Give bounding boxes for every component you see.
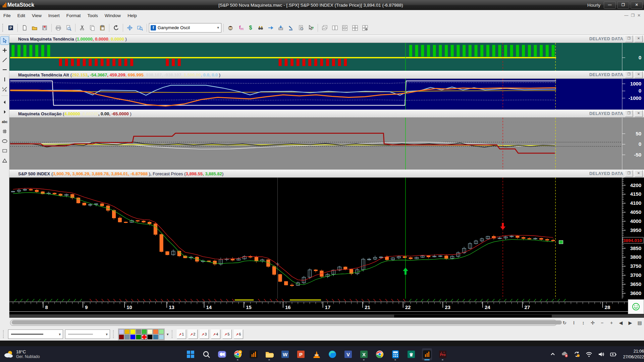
color-swatch[interactable] (153, 335, 158, 340)
color-swatch[interactable] (142, 335, 147, 340)
open-folder-button[interactable] (30, 23, 39, 33)
zoom-in-button[interactable]: + (607, 319, 616, 326)
tile-grid-button[interactable] (350, 23, 360, 33)
tile-vertical-button[interactable] (330, 23, 339, 33)
tool-vertical-line[interactable] (0, 75, 9, 84)
tool-semilog-line[interactable]: LS (0, 85, 9, 94)
sync-pending-icon[interactable] (573, 351, 581, 358)
tool-trendline[interactable] (0, 56, 9, 64)
taskbar-app-chat[interactable] (217, 348, 227, 360)
window-options-button[interactable] (360, 23, 370, 33)
layout-button-1[interactable]: ↗1 (177, 329, 186, 339)
taskbar-app-chrome-notif[interactable]: N (233, 348, 243, 360)
tool-rectangle[interactable] (0, 146, 9, 155)
menu-button[interactable]: ▤ (635, 319, 644, 326)
volume-icon[interactable] (597, 351, 605, 358)
maximize-button[interactable]: ❐ (617, 1, 629, 9)
cascade-windows-button[interactable] (320, 23, 329, 33)
tool-pointer[interactable] (0, 36, 9, 45)
layout-button-6[interactable]: ↗6 (234, 329, 243, 339)
palette-more-icon[interactable]: ▾ (167, 332, 169, 337)
line-weight-dropdown[interactable]: ▾ (65, 329, 110, 339)
tool-grid[interactable] (0, 127, 9, 136)
taskbar-app-edge[interactable] (327, 348, 337, 360)
color-swatch[interactable] (130, 335, 136, 340)
print-preview-button[interactable] (64, 23, 73, 33)
color-swatch[interactable] (159, 335, 164, 340)
color-swatch[interactable] (119, 335, 124, 340)
taskbar-app-metastock[interactable] (422, 348, 432, 360)
zoom-out-button[interactable]: − (598, 319, 606, 326)
panel-2-plot[interactable]: 10000-1000 (9, 79, 644, 110)
print-button[interactable] (54, 23, 63, 33)
menu-view[interactable]: View (29, 10, 45, 21)
zoom-box-button[interactable] (135, 23, 145, 33)
panel-4-plot[interactable]: 4200415041004050400039503850380037503700… (9, 178, 644, 299)
horizontal-scrollbar-thumb[interactable] (12, 320, 562, 324)
panel-maximize-button[interactable]: ❐ (625, 36, 633, 42)
go-arrow-button[interactable] (266, 23, 275, 33)
explorer-guru-button[interactable] (226, 23, 235, 33)
color-swatch[interactable] (119, 329, 124, 334)
color-swatch[interactable] (124, 335, 130, 340)
ibeam-button[interactable]: I (570, 319, 578, 326)
panel-1-plot[interactable]: 0 (9, 43, 644, 71)
tool-triangle[interactable] (0, 156, 9, 165)
panel-close-button[interactable]: ✕ (635, 110, 643, 117)
weather-widget[interactable]: 18°C Ger. Nublado (0, 349, 84, 359)
taskbar-app-visio[interactable]: V (343, 348, 353, 360)
taskbar-app-explorer[interactable] (264, 348, 274, 360)
taskbar-app-metastock-dark[interactable] (249, 348, 259, 360)
color-swatch[interactable] (159, 329, 164, 334)
mdi-restore-icon[interactable]: ❐ (631, 13, 635, 18)
onedrive-error-icon[interactable] (561, 351, 569, 358)
tool-next-arrow[interactable] (0, 108, 9, 116)
taskbar-app-search[interactable] (201, 348, 211, 360)
cut-button[interactable] (77, 23, 87, 33)
color-swatch[interactable] (124, 329, 130, 334)
mdi-minimize-icon[interactable]: — (624, 13, 628, 18)
report-preview-button[interactable] (296, 23, 306, 33)
color-swatch[interactable] (142, 329, 147, 334)
binoculars-button[interactable] (256, 23, 265, 33)
panel-maximize-button[interactable]: ❐ (625, 110, 633, 117)
close-button[interactable]: ✕ (631, 1, 643, 9)
color-swatch[interactable] (136, 329, 141, 334)
line-style-dropdown[interactable]: ▾ (8, 329, 63, 339)
menu-file[interactable]: File (0, 10, 14, 21)
undo-button[interactable] (111, 23, 121, 33)
horizontal-scrollbar[interactable] (10, 320, 557, 326)
dollar-button[interactable]: $ (246, 23, 255, 33)
menu-edit[interactable]: Edit (14, 10, 29, 21)
layout-button-4[interactable]: ↗4 (211, 329, 220, 339)
color-swatch[interactable] (136, 335, 141, 340)
tile-horizontal-button[interactable] (340, 23, 350, 33)
panel-maximize-button[interactable]: ❐ (625, 170, 633, 177)
new-doc-button[interactable] (20, 23, 29, 33)
taskbar-app-vlc[interactable] (312, 348, 322, 360)
layout-button-2[interactable]: ↗2 (188, 329, 198, 339)
menu-tools[interactable]: Tools (84, 10, 102, 21)
vresize-button[interactable]: ↕ (579, 319, 588, 326)
help-pointer-button[interactable]: ? (306, 23, 316, 33)
color-swatch[interactable] (153, 329, 158, 334)
battery-icon[interactable] (609, 351, 617, 358)
color-swatch[interactable] (130, 329, 136, 334)
next-button[interactable]: ▶ (626, 319, 635, 326)
move-crosshair-button[interactable] (125, 23, 135, 33)
layout-button-3[interactable]: ↗3 (200, 329, 209, 339)
taskbar-app-start[interactable] (185, 348, 196, 360)
menu-help[interactable]: Help (124, 10, 140, 21)
taskbar-app-word[interactable]: W (280, 348, 290, 360)
menu-insert[interactable]: Insert (45, 10, 63, 21)
taskbar-app-pro-app[interactable]: Pro (438, 348, 448, 360)
panel-maximize-button[interactable]: ❐ (625, 71, 633, 78)
minimize-button[interactable]: — (604, 1, 616, 9)
taskbar-clock[interactable]: 21:06 27/06/2022 (621, 349, 644, 360)
color-swatch[interactable] (147, 335, 153, 340)
panel-close-button[interactable]: ✕ (635, 71, 643, 78)
paste-button[interactable] (98, 23, 107, 33)
powerbar-button[interactable]: P (6, 23, 15, 33)
indicator-dropdown[interactable]: fGanymede Oscil▾ (149, 23, 221, 33)
menu-format[interactable]: Format (63, 10, 84, 21)
